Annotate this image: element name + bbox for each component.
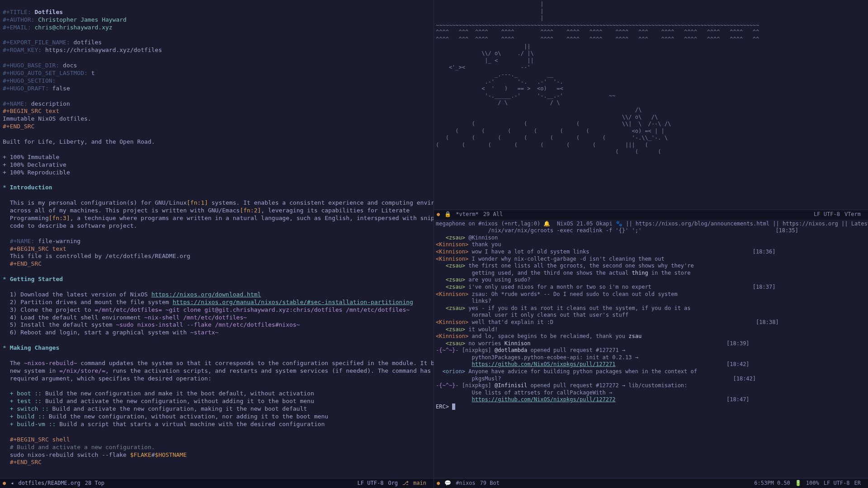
org-gs4: 4) Load the default shell environment [3, 314, 144, 321]
erc-ts3: [18:37] [753, 284, 776, 290]
erc-chan: #nixos [456, 480, 475, 487]
org-h-intro: Introduction [10, 184, 52, 191]
erc-nick: <orion> [436, 368, 465, 375]
modeline-file: dotfiles/README.org [18, 480, 80, 487]
erc-ts2: [18:36] [753, 249, 776, 255]
org-hugo-draft-kw: #+HUGO_DRAFT: [3, 85, 49, 92]
org-fn3[interactable]: [fn:3] [49, 215, 70, 221]
org-gs2: 2) Partition drives and mount the file s… [3, 299, 173, 305]
erc-ts4: [18:38] [756, 319, 779, 325]
org-hugo-lastmod: t [91, 70, 95, 76]
org-mc2: new system in [3, 367, 59, 374]
erc-buffer[interactable]: megaphone on #nixos (+nrt,lag:0) 🔔 NixOS… [434, 220, 868, 478]
org-end-src3: #+END_SRC [3, 459, 42, 465]
right-pane: | | | ~~~~~~~~~~~~~~~~~~~~~~~~~~~~~~~~~~… [434, 0, 868, 488]
erc-cursor[interactable] [452, 404, 455, 410]
battery-icon: 🔋 [795, 480, 802, 487]
erc-enc: LF UTF-8 [824, 480, 850, 487]
vterm-buffer[interactable]: | | | ~~~~~~~~~~~~~~~~~~~~~~~~~~~~~~~~~~… [434, 0, 868, 210]
org-end-src: #+END_SRC [3, 123, 34, 130]
org-gs1: 1) Download the latest version of NixOS [3, 291, 151, 298]
lock-icon: 🔒 [444, 211, 451, 218]
modeline-mode: Org [388, 480, 398, 487]
erc-ts6: [18:42] [726, 361, 750, 367]
erc-nick: <Kinnison> [436, 291, 468, 297]
org-op-boot-k: + boot :: [3, 390, 42, 397]
vterm-pos: 29 All [483, 211, 503, 218]
org-hugo-section-kw: #+HUGO_SECTION: [3, 77, 56, 84]
org-buffer[interactable]: #+TITLE: Dotfiles #+AUTHOR: Christopher … [0, 0, 434, 478]
branch-icon: ⎇ [402, 480, 409, 487]
org-op-build-k: + build :: [3, 413, 45, 420]
org-title: Dotfiles [34, 9, 63, 15]
erc-time: 6:53PM 0.50 [754, 480, 790, 487]
org-name-desc-kw: #+NAME: [3, 100, 28, 107]
erc-nick: <zsau> [436, 284, 465, 290]
erc-modeline: ● 💬 #nixos 79 Bot 6:53PM 0.50 🔋 100% LF … [434, 478, 868, 488]
org-fn1[interactable]: [fn:1] [187, 199, 208, 206]
org-title-kw: #+TITLE: [3, 9, 31, 15]
org-buffer-pane: #+TITLE: Dotfiles #+AUTHOR: Christopher … [0, 0, 434, 488]
org-gs2-link[interactable]: https://nixos.org/manual/nixos/stable/#s… [173, 299, 413, 305]
erc-batt: 100% [806, 480, 819, 487]
org-export: dotfiles [74, 39, 102, 46]
org-desc-body: Immutable NixOS dotfiles. [3, 115, 91, 122]
erc-mode: ER [854, 480, 861, 487]
org-email: chris@chrishayward.xyz [34, 24, 112, 31]
org-feat2: + 100% Declarative [3, 161, 66, 168]
vterm-name: *vterm* [456, 211, 479, 218]
erc-nick: <Kinnison> [436, 241, 468, 248]
org-h-getting-star: * [3, 276, 6, 282]
erc-nick: <Kinnison> [436, 319, 468, 325]
erc-nick: <zsau> [436, 235, 465, 241]
org-hugo-lastmod-kw: #+HUGO_AUTO_SET_LASTMOD: [3, 70, 88, 76]
vterm-enc: LF UTF-8 [814, 211, 840, 218]
org-mc1: The [3, 360, 24, 366]
org-sh-cmd: sudo nixos-rebuild switch --flake [3, 451, 130, 458]
org-op-vm-k: + build-vm :: [3, 421, 56, 427]
org-author: Christopher James Hayward [38, 16, 127, 23]
org-feat1: + 100% Immutable [3, 154, 59, 160]
org-h-intro-star: * [3, 184, 6, 191]
org-tagline: Built for Life, Liberty, and the Open Ro… [3, 138, 155, 145]
erc-ts7: [18:47] [726, 396, 750, 403]
dot-icon: ● [437, 211, 440, 218]
org-op-switch-k: + switch :: [3, 405, 49, 412]
erc-prompt[interactable]: ERC> [436, 404, 452, 410]
org-hugo-base: docs [63, 62, 77, 69]
arrow-icon: ◂ [10, 480, 14, 487]
erc-nick: <zsau> [436, 305, 465, 311]
erc-url[interactable]: https://github.com/NixOS/nixpkgs/pull/12… [472, 396, 615, 403]
org-gs1-link[interactable]: https://nixos.org/download.html [151, 291, 261, 298]
erc-nick: <Kinnison> [436, 333, 468, 339]
org-hugo-draft: false [52, 85, 70, 92]
org-warn-body: This file is controlled by /etc/dotfiles… [3, 253, 190, 259]
org-intro-2: across all of my machines. This project … [3, 207, 240, 214]
org-name-desc: description [31, 100, 70, 107]
erc-url[interactable]: https://github.com/NixOS/nixpkgs/pull/12… [472, 361, 615, 367]
org-intro-4: code to describe a software project. [3, 222, 137, 229]
org-begin-src-sh: #+BEGIN_SRC shell [3, 436, 70, 443]
erc-nick: <zsau> [436, 340, 465, 347]
modeline-pos: 28 Top [85, 480, 104, 487]
erc-nick: -{~^~}- [436, 347, 459, 353]
org-end-src2: #+END_SRC [3, 260, 42, 267]
erc-ts6b: [18:42] [733, 375, 756, 382]
erc-nick: <Kinnison> [436, 256, 468, 262]
erc-nick: <Kinnison> [436, 249, 468, 255]
org-begin-src: #+BEGIN_SRC text [3, 108, 59, 114]
org-intro-3: Programming [3, 215, 49, 221]
chat-icon: 💬 [444, 480, 451, 487]
org-author-kw: #+AUTHOR: [3, 16, 34, 23]
org-begin-src2: #+BEGIN_SRC text [3, 245, 66, 252]
org-roam-kw: #+ROAM_KEY: [3, 47, 42, 53]
org-feat3: + 100% Reproducible [3, 169, 70, 176]
erc-nick: <zsau> [436, 263, 465, 269]
vterm-modeline: ● 🔒 *vterm* 29 All LF UTF-8 VTerm [434, 210, 868, 220]
org-intro-1: This is my personal configuration(s) for… [3, 199, 187, 206]
org-fn2[interactable]: [fn:2] [240, 207, 261, 214]
org-h-getting: Getting Started [10, 276, 63, 282]
erc-nick: <zsau> [436, 277, 465, 283]
org-gs6: 6) Reboot and login, start a graphical s… [3, 329, 190, 336]
org-gs5: 5) Install the default system [3, 321, 116, 328]
